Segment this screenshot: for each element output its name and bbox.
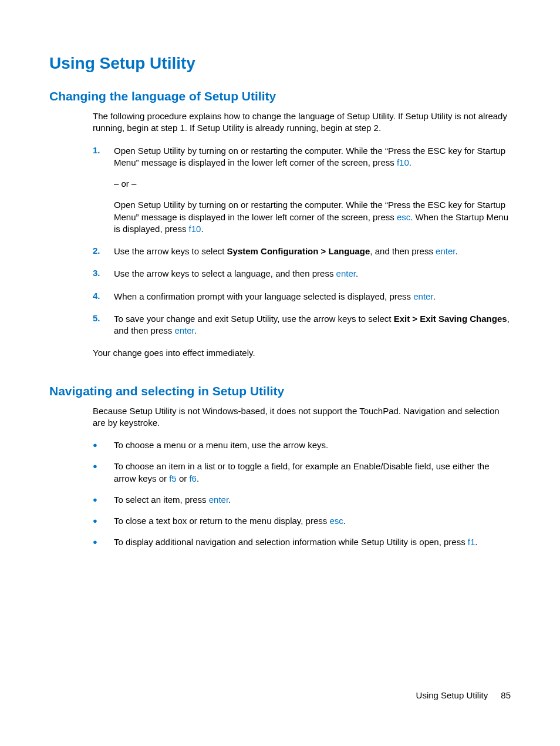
step-3: 3. Use the arrow keys to select a langua… [93, 268, 511, 280]
text: . [356, 268, 358, 278]
section-heading-changing-language: Changing the language of Setup Utility [49, 89, 511, 103]
step-4: 4. When a confirmation prompt with your … [93, 291, 511, 303]
section2-intro: Because Setup Utility is not Windows-bas… [93, 405, 511, 429]
step-number: 5. [93, 313, 114, 337]
step-1-b: Open Setup Utility by turning on or rest… [114, 199, 511, 235]
bullet-content: To close a text box or return to the men… [114, 515, 511, 527]
key-enter: enter [174, 325, 194, 335]
key-enter: enter [413, 291, 433, 301]
key-f10: f10 [189, 224, 201, 234]
bullet-icon: ● [93, 439, 114, 451]
page-footer: Using Setup Utility 85 [416, 690, 511, 700]
page-number: 85 [501, 690, 511, 700]
section1-intro: The following procedure explains how to … [93, 110, 511, 135]
step-content: To save your change and exit Setup Utili… [114, 313, 511, 337]
bullet-content: To choose a menu or a menu item, use the… [114, 439, 511, 451]
step-2: 2. Use the arrow keys to select System C… [93, 246, 511, 257]
document-page: Using Setup Utility Changing the languag… [0, 0, 560, 549]
text: . [433, 291, 436, 301]
key-enter: enter [209, 495, 228, 505]
bullet-content: To choose an item in a list or to toggle… [114, 461, 511, 485]
text: , and then press [370, 246, 436, 256]
step-number: 3. [93, 268, 114, 280]
list-item: ● To choose a menu or a menu item, use t… [93, 439, 511, 451]
text: To close a text box or return to the men… [114, 516, 329, 526]
text: . [455, 246, 457, 256]
bullet-icon: ● [93, 515, 114, 527]
text: When a confirmation prompt with your lan… [114, 291, 413, 301]
text: or [177, 473, 190, 483]
text: . [194, 325, 197, 335]
key-f1: f1 [468, 537, 475, 547]
step-number: 2. [93, 246, 114, 257]
key-esc: esc [397, 212, 410, 222]
key-f6: f6 [189, 473, 197, 483]
text: . [197, 473, 199, 483]
list-item: ● To choose an item in a list or to togg… [93, 461, 511, 485]
step-content: Use the arrow keys to select System Conf… [114, 246, 511, 257]
text: . [228, 495, 231, 505]
key-enter: enter [336, 268, 356, 278]
text: To select an item, press [114, 495, 209, 505]
step-1-or: – or – [114, 178, 511, 190]
text: To display additional navigation and sel… [114, 537, 468, 547]
footer-label: Using Setup Utility [416, 690, 488, 700]
step-content: Open Setup Utility by turning on or rest… [114, 145, 511, 236]
bullet-content: To select an item, press enter. [114, 494, 511, 506]
text: . [343, 516, 346, 526]
bullet-icon: ● [93, 536, 114, 548]
list-item: ● To display additional navigation and s… [93, 536, 511, 548]
key-f10: f10 [397, 157, 409, 167]
bullet-content: To display additional navigation and sel… [114, 536, 511, 548]
text: . [409, 157, 411, 167]
key-enter: enter [436, 246, 455, 256]
step-number: 1. [93, 145, 114, 236]
bullet-list: ● To choose a menu or a menu item, use t… [93, 439, 511, 549]
bold-menu-path: System Configuration > Language [227, 246, 370, 256]
ordered-steps: 1. Open Setup Utility by turning on or r… [93, 145, 511, 337]
list-item: ● To select an item, press enter. [93, 494, 511, 506]
step-content: When a confirmation prompt with your lan… [114, 291, 511, 303]
text: . [475, 537, 477, 547]
list-item: ● To close a text box or return to the m… [93, 515, 511, 527]
text: To save your change and exit Setup Utili… [114, 314, 394, 324]
step-number: 4. [93, 291, 114, 303]
step-content: Use the arrow keys to select a language,… [114, 268, 511, 280]
text: . [201, 224, 203, 234]
step-5: 5. To save your change and exit Setup Ut… [93, 313, 511, 337]
key-esc: esc [329, 516, 343, 526]
text: Use the arrow keys to select a language,… [114, 268, 336, 278]
bold-menu-path: Exit > Exit Saving Changes [394, 314, 507, 324]
bullet-icon: ● [93, 494, 114, 506]
text: Open Setup Utility by turning on or rest… [114, 146, 505, 167]
key-f5: f5 [169, 473, 177, 483]
step-1: 1. Open Setup Utility by turning on or r… [93, 145, 511, 236]
page-title: Using Setup Utility [49, 54, 511, 73]
step-1-a: Open Setup Utility by turning on or rest… [114, 145, 511, 169]
text: Use the arrow keys to select [114, 246, 227, 256]
bullet-icon: ● [93, 461, 114, 472]
section1-outro: Your change goes into effect immediately… [93, 347, 511, 359]
section-heading-navigating: Navigating and selecting in Setup Utilit… [49, 384, 511, 398]
